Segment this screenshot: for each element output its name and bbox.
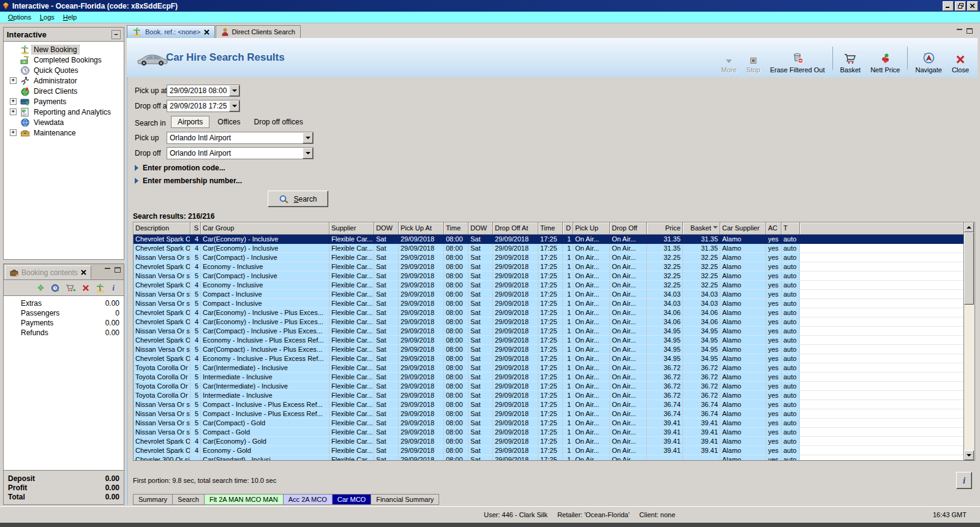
info-button[interactable]: i [956, 472, 972, 489]
column-header-t[interactable]: T [782, 222, 800, 235]
panel-maximize-icon[interactable] [967, 28, 973, 34]
chevron-down-icon[interactable] [229, 85, 239, 96]
collapse-panel-icon[interactable]: − [111, 30, 121, 39]
list-item-extras[interactable]: Extras0.00 [4, 298, 124, 308]
quote-clock-icon[interactable] [51, 284, 59, 292]
scrollbar-thumb[interactable] [964, 232, 974, 305]
list-item-passengers[interactable]: Passengers0 [4, 308, 124, 318]
bottom-tab-search[interactable]: Search [172, 494, 205, 505]
column-header-basket[interactable]: Basket [683, 222, 720, 235]
menu-item-help[interactable]: Help [59, 13, 81, 21]
table-row[interactable]: Chevrolet Spark Or ...4Economy - GoldFle… [134, 446, 964, 455]
table-row[interactable]: Chevrolet Spark Or si...4Car(Economy) - … [134, 244, 964, 253]
sidebar-item-maintenance[interactable]: +Maintenance [4, 127, 124, 138]
column-header-car_group[interactable]: Car Group [201, 222, 330, 235]
column-header-pickup_loc[interactable]: Pick Up [573, 222, 610, 235]
column-header-dropoff_loc[interactable]: Drop Off [610, 222, 647, 235]
column-header-time2[interactable]: Time [538, 222, 563, 235]
cart-go-icon[interactable] [66, 284, 76, 292]
expand-plus-icon[interactable]: + [10, 129, 17, 136]
erase-filtered-out-button[interactable]: Erase Filtered Out [765, 42, 829, 75]
promotion-code-expander[interactable]: Enter promotion code... [135, 164, 225, 172]
membership-number-expander[interactable]: Enter membership number... [135, 176, 242, 185]
navigate-button[interactable]: Navigate [910, 42, 946, 75]
menu-item-logs[interactable]: Logs [36, 13, 59, 21]
sidebar-item-new-booking[interactable]: New Booking [4, 44, 124, 55]
column-header-empty[interactable] [800, 222, 964, 235]
table-row[interactable]: Nissan Versa Or simil...5Compact - Inclu… [134, 409, 964, 419]
chevron-down-icon[interactable] [229, 100, 239, 112]
search-in-option-drop-off-offices[interactable]: Drop off offices [248, 116, 308, 127]
close-button[interactable]: Close [947, 42, 974, 75]
vertical-scrollbar[interactable] [963, 222, 974, 460]
basket-button[interactable]: Basket [835, 42, 866, 75]
panel-minimize-icon[interactable] [957, 28, 963, 33]
column-header-dow1[interactable]: DOW [374, 222, 399, 235]
scroll-up-icon[interactable] [964, 222, 974, 232]
list-item-payments[interactable]: Payments0.00 [4, 318, 124, 328]
table-row[interactable]: Nissan Versa Or simil...5Compact - GoldF… [134, 428, 964, 437]
bottom-tab-flt-2a-man-mco-man[interactable]: Flt 2A MAN MCO MAN [204, 494, 284, 505]
table-row[interactable]: Chevrolet Spark Or si...4Car(Economy) - … [134, 308, 964, 317]
panel-minimize-icon[interactable] [105, 267, 111, 272]
table-row[interactable]: Toyota Corolla Or si...5Intermediate - I… [134, 373, 964, 382]
table-row[interactable]: Chevrolet Spark Or ...4Economy - Inclusi… [134, 262, 964, 271]
nett-price-button[interactable]: Nett Price [865, 42, 905, 75]
column-header-d[interactable]: D [563, 222, 573, 235]
sidebar-item-administrator[interactable]: +Administrator [4, 75, 124, 86]
table-row[interactable]: Nissan Versa Or simil...5Car(Compact) - … [134, 419, 964, 428]
sidebar-item-quick-quotes[interactable]: Quick Quotes [4, 65, 124, 75]
info-icon[interactable]: i [111, 284, 116, 292]
column-header-pickup_date[interactable]: Pick Up At [399, 222, 444, 235]
palm-icon[interactable] [96, 283, 105, 293]
table-row[interactable]: Nissan Versa Or simil...5Car(Compact) - … [134, 327, 964, 336]
table-row[interactable]: Chrysler 300 Or simil...Car(Standard) - … [134, 455, 964, 460]
expand-plus-icon[interactable]: + [10, 77, 17, 84]
pickup-combo[interactable]: Orlando Intl Airport [167, 132, 314, 144]
search-in-option-offices[interactable]: Offices [212, 116, 246, 127]
tab-close-icon[interactable] [204, 29, 209, 35]
table-row[interactable]: Chevrolet Spark Or ...4Economy - Inclusi… [134, 336, 964, 345]
search-button[interactable]: Search [268, 191, 328, 207]
table-row[interactable]: Nissan Versa Or simil...5Car(Compact) - … [134, 345, 964, 354]
sidebar-item-reporting-and-analytics[interactable]: +Reporting and Analytics [4, 107, 124, 117]
sidebar-item-completed-bookings[interactable]: Completed Bookings [4, 55, 124, 65]
dropoff-at-combo[interactable]: 29/09/2018 17:25 [167, 100, 240, 112]
add-icon[interactable] [37, 284, 45, 292]
tab-close-icon[interactable] [81, 270, 86, 275]
table-row[interactable]: Nissan Versa Or simil...5Compact - Inclu… [134, 400, 964, 409]
close-icon[interactable] [967, 1, 978, 11]
menu-item-options[interactable]: Options [4, 13, 36, 21]
column-header-s[interactable]: S [190, 222, 201, 235]
table-row[interactable]: Toyota Corolla Or si...5Car(Intermediate… [134, 382, 964, 391]
tab-book-ref-none[interactable]: Book. ref.: <none> [127, 25, 215, 38]
table-row[interactable]: Chevrolet Spark Or si...4Car(Economy) - … [134, 317, 964, 327]
table-row[interactable]: Toyota Corolla Or si...5Intermediate - I… [134, 391, 964, 400]
column-header-car_supplier[interactable]: Car Supplier [720, 222, 766, 235]
bottom-tab-summary[interactable]: Summary [133, 494, 173, 505]
column-header-description[interactable]: Description [134, 222, 190, 235]
column-header-time1[interactable]: Time [444, 222, 469, 235]
table-row[interactable]: Chevrolet Spark Or si...4Car(Economy) - … [134, 235, 964, 244]
table-row[interactable]: Nissan Versa Or simil...5Car(Compact) - … [134, 271, 964, 281]
column-header-ac[interactable]: AC [766, 222, 782, 235]
expand-plus-icon[interactable]: + [10, 108, 17, 115]
sidebar-item-direct-clients[interactable]: Direct Clients [4, 86, 124, 96]
tab-direct-clients-search[interactable]: Direct Clients Search [216, 25, 301, 38]
table-row[interactable]: Chevrolet Spark Or ...4Economy - Inclusi… [134, 354, 964, 363]
table-row[interactable]: Nissan Versa Or simil...5Compact - Inclu… [134, 299, 964, 308]
bottom-tab-acc-2a-mco[interactable]: Acc 2A MCO [283, 494, 333, 505]
table-row[interactable]: Toyota Corolla Or si...5Car(Intermediate… [134, 363, 964, 373]
minimize-icon[interactable] [943, 1, 954, 11]
expand-plus-icon[interactable]: + [10, 98, 17, 105]
chevron-down-icon[interactable] [303, 148, 313, 159]
bottom-tab-car-mco[interactable]: Car MCO [332, 494, 371, 505]
delete-icon[interactable] [82, 284, 89, 292]
search-in-option-airports[interactable]: Airports [171, 116, 209, 128]
table-row[interactable]: Chevrolet Spark Or ...4Economy - Inclusi… [134, 281, 964, 290]
pickup-at-combo[interactable]: 29/09/2018 08:00 [167, 85, 240, 97]
chevron-down-icon[interactable] [303, 132, 313, 143]
table-row[interactable]: Nissan Versa Or simil...5Car(Compact) - … [134, 253, 964, 262]
table-row[interactable]: Nissan Versa Or simil...5Compact - Inclu… [134, 290, 964, 299]
sidebar-item-viewdata[interactable]: Viewdata [4, 117, 124, 127]
